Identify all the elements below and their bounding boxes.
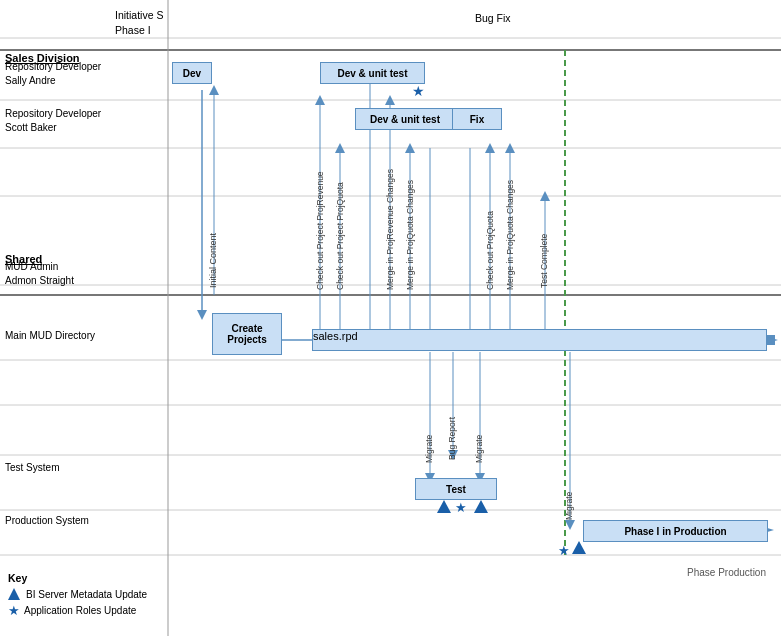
header-initiative: Initiative S Phase I <box>115 8 163 37</box>
label-migrate-1: Migrate <box>424 435 434 463</box>
label-merge-projquota2: Merge in ProjQuota Changes <box>505 180 515 290</box>
key-item-bi-server: BI Server Metadata Update <box>8 588 147 600</box>
svg-marker-43 <box>540 191 550 201</box>
key-bi-server-label: BI Server Metadata Update <box>26 589 147 600</box>
svg-marker-32 <box>405 143 415 153</box>
label-merge-projrevenue: Merge in ProjRevenue Changes <box>385 169 395 290</box>
star-production: ★ <box>558 543 570 558</box>
dev-unit-test-2-box: Dev & unit test <box>355 108 455 130</box>
row-label-main-mud: Main MUD Directory <box>5 330 95 341</box>
phase-production-box: Phase I in Production <box>583 520 768 542</box>
diagram-container: Initiative S Phase I Bug Fix Sales Divis… <box>0 0 781 636</box>
key-star-icon: ★ <box>8 603 20 618</box>
svg-marker-17 <box>209 85 219 95</box>
label-bug-report: Bug Report <box>447 417 457 460</box>
phase-production-label: Phase Production <box>687 567 766 578</box>
row-label-mud-admin: MUD AdminAdmon Straight <box>5 260 74 288</box>
row-label-scott: Repository DeveloperScott Baker <box>5 107 101 135</box>
svg-marker-37 <box>485 143 495 153</box>
svg-marker-15 <box>197 310 207 320</box>
label-merge-projquota: Merge in ProjQuota Changes <box>405 180 415 290</box>
key-section: Key BI Server Metadata Update ★ Applicat… <box>8 572 147 618</box>
label-checkout-projquota2: Check out ProjQuota <box>485 211 495 290</box>
svg-marker-40 <box>505 143 515 153</box>
key-item-app-roles: ★ Application Roles Update <box>8 603 147 618</box>
row-label-test-system: Test System <box>5 462 59 473</box>
svg-marker-21 <box>315 95 325 105</box>
key-title: Key <box>8 572 147 584</box>
triangle-test-2 <box>474 500 488 513</box>
sales-rpd-bar: sales.rpd <box>312 329 767 351</box>
svg-marker-46 <box>768 337 778 343</box>
header-bug-fix: Bug Fix <box>475 12 511 24</box>
test-box: Test <box>415 478 497 500</box>
label-test-complete: Test Complete <box>539 234 549 288</box>
star-sally: ★ <box>412 83 425 99</box>
triangle-production <box>572 541 586 554</box>
create-projects-box: CreateProjects <box>212 313 282 355</box>
label-migrate-2: Migrate <box>474 435 484 463</box>
label-initial-content: Initial Content <box>208 233 218 288</box>
key-triangle-icon <box>8 588 20 600</box>
dev-unit-test-1-box: Dev & unit test <box>320 62 425 84</box>
dev-box: Dev <box>172 62 212 84</box>
label-migrate-3: Migrate <box>564 492 574 520</box>
label-checkout-projquota: Check out Project ProjQuota <box>335 182 345 290</box>
fix-box: Fix <box>452 108 502 130</box>
label-checkout-projrevenue: Check out Project ProjRevenue <box>315 171 325 290</box>
row-label-sally: Repository DeveloperSally Andre <box>5 60 101 88</box>
svg-marker-29 <box>385 95 395 105</box>
svg-marker-24 <box>335 143 345 153</box>
key-app-roles-label: Application Roles Update <box>24 605 136 616</box>
star-test: ★ <box>455 500 467 515</box>
triangle-test-1 <box>437 500 451 513</box>
row-label-production: Production System <box>5 515 89 526</box>
svg-marker-54 <box>565 520 575 530</box>
